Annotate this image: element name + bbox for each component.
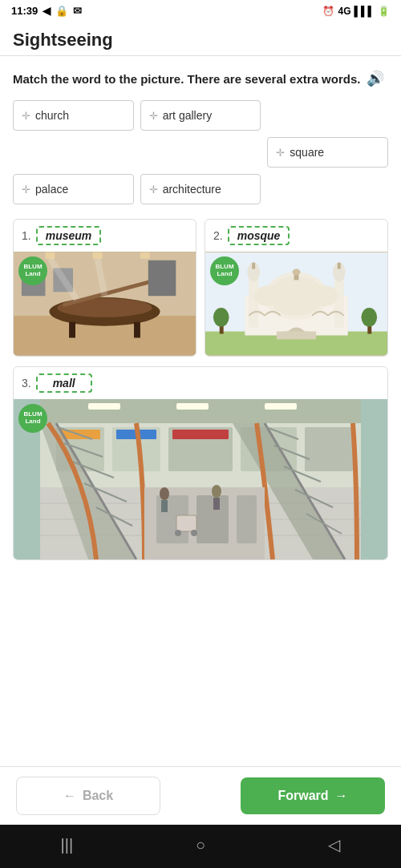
svg-rect-66: [196, 495, 229, 543]
home-icon[interactable]: ○: [184, 833, 217, 857]
recent-apps-icon[interactable]: ◁: [318, 833, 350, 857]
forward-label: Forward: [277, 789, 328, 803]
svg-point-33: [213, 308, 229, 327]
battery-icon: 🔋: [378, 6, 390, 17]
answer-box-2[interactable]: mosque: [228, 226, 290, 245]
drag-icon-church: ✛: [22, 110, 30, 122]
svg-rect-38: [88, 403, 120, 410]
svg-rect-5: [134, 322, 140, 338]
signal-type: 4G: [338, 6, 350, 17]
svg-rect-31: [277, 332, 316, 340]
header: Sightseeing: [0, 22, 401, 56]
card-label-2: 2. mosque: [205, 220, 387, 252]
status-time: 11:39: [11, 5, 38, 17]
lock-icon: 🔒: [55, 5, 68, 17]
svg-rect-72: [176, 515, 196, 531]
sound-icon[interactable]: 🔊: [367, 69, 384, 89]
svg-point-70: [212, 485, 221, 498]
word-tile-palace-label: palace: [35, 183, 68, 196]
status-right: ⏰ 4G ▌▌▌ 🔋: [322, 6, 390, 17]
drag-icon-palace: ✛: [22, 184, 30, 196]
card-label-1: 1. museum: [14, 220, 196, 252]
svg-point-28: [254, 285, 283, 306]
answer-box-3[interactable]: mall: [36, 373, 92, 393]
svg-rect-9: [148, 260, 176, 296]
forward-button[interactable]: Forward →: [241, 777, 385, 814]
svg-rect-71: [213, 498, 220, 510]
word-tiles-container: ✛ church ✛ art gallery ✛ square ✛ palace…: [13, 100, 388, 204]
card-label-3: 3. mall: [14, 367, 387, 399]
drag-icon-square: ✛: [276, 147, 285, 159]
card-image-1: BLUMLand: [14, 252, 196, 356]
phone-bottom-bar: ||| ○ ◁: [0, 825, 401, 868]
bium-badge-2: BLUMLand: [210, 256, 239, 285]
bium-badge-3: BLUMLand: [18, 404, 47, 433]
card-number-3: 3.: [22, 377, 31, 390]
mail-icon: ✉: [73, 5, 82, 17]
drag-icon-art-gallery: ✛: [149, 110, 158, 122]
svg-point-35: [361, 308, 377, 327]
back-arrow: ←: [63, 789, 76, 803]
location-icon: ◀: [43, 5, 51, 17]
svg-rect-10: [45, 252, 55, 259]
word-tile-square-label: square: [290, 146, 324, 159]
word-tile-art-gallery[interactable]: ✛ art gallery: [140, 100, 261, 131]
svg-rect-11: [93, 252, 103, 259]
bium-badge-1: BLUMLand: [18, 256, 47, 285]
word-tile-art-gallery-label: art gallery: [163, 109, 212, 122]
card-number-1: 1.: [22, 229, 31, 242]
svg-rect-4: [69, 322, 75, 338]
svg-point-21: [293, 269, 301, 276]
svg-point-73: [175, 530, 181, 536]
drag-icon-architecture: ✛: [149, 184, 158, 196]
signal-bars: ▌▌▌: [354, 6, 375, 17]
back-button[interactable]: ← Back: [16, 777, 160, 815]
svg-point-68: [160, 487, 169, 500]
card-image-2: BLUMLand: [205, 252, 387, 356]
word-tile-palace[interactable]: ✛ palace: [13, 174, 134, 204]
main-content: Match the word to the picture. There are…: [0, 56, 401, 766]
instruction-text: Match the word to the picture. There are…: [13, 71, 360, 87]
svg-rect-12: [140, 252, 150, 259]
word-tile-church-label: church: [35, 109, 69, 122]
nav-bar: ← Back Forward →: [0, 766, 401, 825]
svg-rect-40: [265, 403, 297, 410]
svg-rect-37: [40, 399, 361, 423]
svg-rect-46: [305, 427, 353, 471]
exercise-card-2: 2. mosque BLUMLand: [205, 219, 388, 357]
forward-arrow: →: [335, 789, 348, 803]
svg-rect-69: [161, 500, 168, 512]
exercise-section: 1. museum BLUMLand: [13, 219, 388, 560]
svg-point-29: [310, 285, 338, 306]
back-nav-icon[interactable]: |||: [51, 833, 83, 857]
svg-rect-27: [338, 263, 341, 269]
exercise-card-1: 1. museum BLUMLand: [13, 219, 196, 357]
instruction: Match the word to the picture. There are…: [13, 69, 388, 89]
two-col-row: 1. museum BLUMLand: [13, 219, 388, 357]
card-number-2: 2.: [213, 229, 223, 242]
svg-rect-49: [172, 430, 229, 439]
svg-rect-24: [252, 263, 255, 269]
back-label: Back: [83, 789, 113, 803]
svg-rect-67: [237, 495, 257, 543]
status-bar: 11:39 ◀ 🔒 ✉ ⏰ 4G ▌▌▌ 🔋: [0, 0, 401, 22]
page-title: Sightseeing: [13, 30, 113, 50]
status-left: 11:39 ◀ 🔒 ✉: [11, 5, 82, 17]
card-image-3: BLUMLand: [14, 399, 387, 559]
exercise-card-3: 3. mall BLUMLand: [13, 366, 388, 560]
word-tile-square[interactable]: ✛ square: [267, 137, 388, 168]
word-tile-architecture-label: architecture: [163, 183, 221, 196]
word-tile-church[interactable]: ✛ church: [13, 100, 134, 131]
word-tile-architecture[interactable]: ✛ architecture: [140, 174, 261, 204]
alarm-icon: ⏰: [322, 6, 334, 17]
svg-rect-39: [176, 403, 209, 410]
svg-point-74: [191, 530, 197, 536]
answer-box-1[interactable]: museum: [36, 226, 102, 245]
